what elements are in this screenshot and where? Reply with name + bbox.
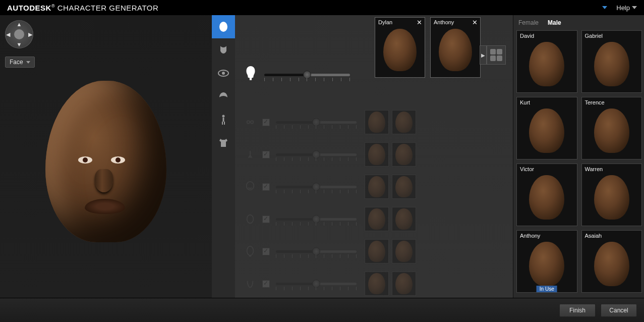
feature-lock-checkbox[interactable] — [262, 151, 270, 158]
feature-lock-checkbox[interactable] — [262, 183, 270, 191]
category-skin[interactable] — [212, 38, 235, 62]
feature-source-b-thumb[interactable] — [392, 239, 416, 263]
library-item[interactable]: Gabriel — [581, 30, 642, 93]
library-panel: Female Male DavidGabrielKurtTerenceVicto… — [513, 15, 644, 298]
library-item-label: Gabriel — [585, 33, 603, 39]
feature-source-a-thumb[interactable] — [365, 207, 389, 231]
feature-blend-slider[interactable] — [276, 213, 357, 225]
main-area: ▲ ▼ ▶ ◀ Face — [0, 15, 644, 298]
svg-rect-6 — [224, 122, 225, 125]
category-body[interactable] — [212, 108, 235, 131]
feature-source-b-thumb[interactable] — [392, 142, 416, 167]
head-silhouette-icon — [244, 66, 257, 84]
source-a-card[interactable]: Dylan ✕ — [375, 17, 425, 78]
library-item-label: Warren — [585, 166, 603, 172]
tab-male[interactable]: Male — [548, 19, 561, 26]
library-item[interactable]: Asaiah — [581, 230, 642, 293]
feature-blend-slider[interactable] — [276, 148, 357, 160]
library-item-label: David — [520, 33, 534, 39]
orbit-control[interactable]: ▲ ▼ ▶ ◀ — [5, 20, 33, 48]
grid-toggle-button[interactable] — [487, 45, 506, 65]
ears-region-icon — [244, 213, 256, 225]
feature-source-b-thumb[interactable] — [392, 175, 416, 199]
library-item-label: Kurt — [520, 99, 530, 105]
library-item[interactable]: Terence — [581, 97, 642, 159]
svg-point-8 — [251, 121, 254, 124]
svg-point-10 — [247, 215, 254, 224]
feature-source-b-thumb[interactable] — [392, 207, 416, 231]
blend-panel: Dylan ✕ Anthony ✕ ▶ — [235, 15, 513, 298]
footer-bar: Finish Cancel — [0, 298, 644, 322]
feature-lock-checkbox[interactable] — [262, 248, 270, 255]
svg-point-7 — [247, 121, 250, 124]
feature-blend-slider[interactable] — [276, 245, 357, 257]
library-scroll[interactable]: DavidGabrielKurtTerenceVictorWarrenAntho… — [513, 30, 644, 298]
chevron-down-icon — [632, 6, 637, 9]
feature-source-a-thumb[interactable] — [365, 110, 389, 134]
expand-library-toggle[interactable]: ▶ — [480, 45, 487, 65]
chin-region-icon — [244, 278, 256, 290]
feature-lock-checkbox[interactable] — [262, 280, 270, 288]
svg-point-11 — [247, 246, 254, 255]
library-item-label: Terence — [585, 99, 605, 105]
feature-blend-slider[interactable] — [276, 116, 357, 128]
feature-row — [244, 203, 506, 235]
category-clothing[interactable] — [212, 131, 235, 154]
nose-region-icon — [244, 148, 256, 160]
chevron-down-icon — [26, 61, 30, 64]
in-use-badge: In Use — [537, 286, 557, 292]
svg-rect-5 — [222, 122, 223, 125]
library-item-label: Asaiah — [585, 233, 602, 239]
cancel-button[interactable]: Cancel — [601, 304, 637, 317]
remove-source-b[interactable]: ✕ — [472, 19, 478, 26]
master-blend-slider[interactable] — [264, 69, 350, 81]
svg-point-0 — [219, 22, 227, 32]
app-logo: AUTODESK® CHARACTER GENERATOR — [7, 4, 158, 12]
library-item[interactable]: David — [516, 30, 577, 93]
feature-source-a-thumb[interactable] — [365, 272, 389, 296]
master-blend-row — [244, 66, 370, 84]
feature-blend-slider[interactable] — [276, 181, 357, 193]
character-preview[interactable] — [35, 81, 177, 273]
svg-rect-4 — [223, 118, 224, 122]
feature-source-b-thumb[interactable] — [392, 110, 416, 134]
account-dropdown-icon[interactable] — [602, 6, 607, 9]
feature-source-a-thumb[interactable] — [365, 175, 389, 199]
svg-rect-12 — [249, 255, 251, 256]
gender-tabs: Female Male — [513, 15, 644, 30]
finish-button[interactable]: Finish — [559, 304, 596, 317]
library-item-label: Anthony — [520, 233, 540, 239]
feature-source-b-thumb[interactable] — [392, 272, 416, 296]
remove-source-a[interactable]: ✕ — [417, 19, 422, 26]
library-item[interactable]: Victor — [516, 164, 577, 226]
feature-lock-checkbox[interactable] — [262, 216, 270, 223]
feature-source-a-thumb[interactable] — [365, 142, 389, 167]
feature-row — [244, 235, 506, 267]
library-item-label: Victor — [520, 166, 534, 172]
library-item[interactable]: Kurt — [516, 97, 577, 159]
app-header: AUTODESK® CHARACTER GENERATOR Help — [0, 0, 644, 15]
feature-lock-checkbox[interactable] — [262, 119, 270, 126]
library-item[interactable]: Warren — [581, 164, 642, 226]
feature-source-a-thumb[interactable] — [365, 239, 389, 263]
category-face[interactable] — [212, 15, 235, 38]
library-item[interactable]: AnthonyIn Use — [516, 230, 577, 293]
tab-female[interactable]: Female — [518, 19, 539, 26]
feature-row — [244, 171, 506, 203]
feature-blend-slider[interactable] — [276, 278, 357, 290]
feature-row — [244, 106, 506, 138]
category-strip — [212, 15, 235, 298]
feature-sliders — [244, 106, 506, 298]
feature-row — [244, 138, 506, 171]
view-mode-dropdown[interactable]: Face — [5, 57, 35, 68]
svg-point-2 — [222, 72, 225, 75]
svg-point-3 — [222, 115, 225, 118]
source-b-card[interactable]: Anthony ✕ — [430, 17, 481, 78]
viewport-panel: ▲ ▼ ▶ ◀ Face — [0, 15, 212, 298]
feature-row — [244, 267, 506, 298]
head-shape-region-icon — [244, 245, 256, 257]
category-eyes[interactable] — [212, 62, 235, 85]
category-hair[interactable] — [212, 85, 235, 108]
help-menu[interactable]: Help — [616, 4, 637, 12]
mouth-region-icon — [244, 181, 256, 193]
